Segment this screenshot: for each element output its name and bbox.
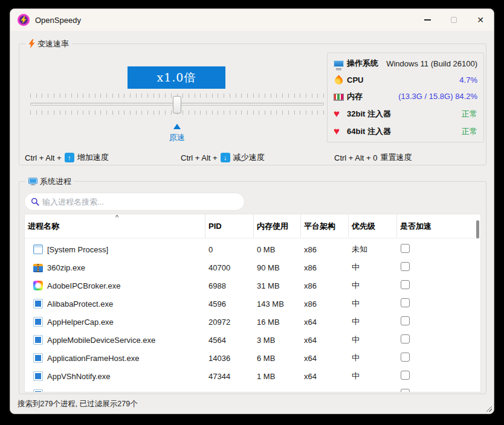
process-arch: x64 xyxy=(301,318,349,327)
table-row[interactable]: ApplicationFrameHost.exe 14036 6 MB x64 … xyxy=(25,349,480,367)
adobe-icon xyxy=(33,281,43,290)
process-name: AppVShNotify.exe xyxy=(47,372,111,381)
heart-icon xyxy=(334,127,344,136)
process-memory: 1 MB xyxy=(254,372,301,381)
speed-multiplier-button[interactable]: x1.0倍 xyxy=(128,66,225,89)
process-arch: x64 xyxy=(301,354,349,363)
process-memory: 16 MB xyxy=(254,318,301,327)
blue-app-icon xyxy=(33,335,43,345)
speed-section: 变速速率 x1.0倍 原速 Ctrl + Alt + ↑ 增加速度 Ctrl +… xyxy=(19,43,486,165)
title-bar: OpenSpeedy ✕ xyxy=(10,9,494,31)
heart-icon xyxy=(334,109,344,119)
table-row[interactable]: AdobeIPCBroker.exe 6988 31 MB x86 中 xyxy=(25,276,480,295)
close-button[interactable]: ✕ xyxy=(467,9,494,31)
accelerate-checkbox[interactable] xyxy=(401,371,410,380)
accelerate-checkbox[interactable] xyxy=(401,280,410,289)
process-arch: x86 xyxy=(301,245,349,254)
system-info-label: 内存 xyxy=(347,91,363,102)
system-info-row: 操作系统 Windows 11 (Build 26100) xyxy=(334,58,477,69)
system-info-value: 正常 xyxy=(462,126,477,137)
system-info-label: 32bit 注入器 xyxy=(347,109,391,120)
table-row[interactable]: AppVShNotify.exe 47344 1 MB x64 中 xyxy=(25,367,480,385)
process-arch: x86 xyxy=(301,299,349,308)
process-name: AdobeIPCBroker.exe xyxy=(47,281,120,290)
process-priority: 未知 xyxy=(349,244,397,255)
system-info-value: Windows 11 (Build 26100) xyxy=(386,59,477,68)
system-info-panel: 操作系统 Windows 11 (Build 26100) CPU 4.7% 内… xyxy=(327,53,484,142)
process-arch: x86 xyxy=(301,263,349,272)
speed-slider-handle[interactable] xyxy=(173,96,181,113)
process-name: ApplicationFrameHost.exe xyxy=(47,354,139,363)
process-pid: 4596 xyxy=(205,299,254,308)
search-input[interactable] xyxy=(42,197,238,206)
shortcut-reset: Ctrl + Alt + 0 重置速度 xyxy=(334,152,412,163)
process-priority: 中 xyxy=(349,316,397,327)
accelerate-checkbox[interactable] xyxy=(401,298,410,307)
monitor-icon xyxy=(334,60,344,67)
column-header-memory[interactable]: 内存使用 xyxy=(254,214,301,238)
system-info-label: CPU xyxy=(347,75,363,85)
close-icon: ✕ xyxy=(477,16,484,24)
accelerate-checkbox[interactable] xyxy=(401,353,410,362)
table-row[interactable] xyxy=(25,385,480,392)
table-row[interactable]: 360zip.exe 40700 90 MB x86 中 xyxy=(25,258,480,276)
column-header-arch[interactable]: 平台架构 xyxy=(301,214,349,238)
accelerate-checkbox[interactable] xyxy=(401,334,410,344)
system-info-label: 64bit 注入器 xyxy=(347,126,391,137)
system-info-row: 64bit 注入器 正常 xyxy=(334,126,477,137)
shortcut-increase: Ctrl + Alt + ↑ 增加速度 xyxy=(25,152,109,163)
accelerate-checkbox[interactable] xyxy=(401,316,410,325)
speed-section-label: 变速速率 xyxy=(25,39,72,49)
status-bar: 搜索到279个进程, 已过滤展示279个 xyxy=(10,395,494,414)
search-icon xyxy=(31,197,39,206)
blue-app-icon xyxy=(33,389,43,392)
blue-app-icon xyxy=(33,317,43,327)
system-info-value: 正常 xyxy=(462,109,477,120)
process-priority: 中 xyxy=(349,353,397,363)
table-row[interactable]: AppleMobileDeviceService.exe 4564 3 MB x… xyxy=(25,331,480,349)
arrow-up-key-icon: ↑ xyxy=(65,153,74,162)
table-header: ^ 进程名称 PID 内存使用 平台架构 优先级 是否加速 xyxy=(25,214,480,238)
maximize-button[interactable] xyxy=(441,9,467,31)
monitor-icon xyxy=(28,177,37,186)
column-header-pid[interactable]: PID xyxy=(205,214,254,238)
process-name: [System Process] xyxy=(47,245,108,254)
process-memory: 90 MB xyxy=(254,263,301,272)
column-header-priority[interactable]: 优先级 xyxy=(349,214,397,238)
sort-indicator-icon: ^ xyxy=(115,214,118,221)
accelerate-checkbox[interactable] xyxy=(401,262,410,271)
process-section-label: 系统进程 xyxy=(25,176,74,187)
system-default-icon xyxy=(33,244,43,254)
system-info-row: 32bit 注入器 正常 xyxy=(334,109,477,120)
process-memory: 143 MB xyxy=(254,299,301,308)
process-priority: 中 xyxy=(349,298,397,309)
table-row[interactable]: AppHelperCap.exe 20972 16 MB x64 中 xyxy=(25,313,480,331)
accelerate-checkbox[interactable] xyxy=(401,389,410,392)
blue-app-icon xyxy=(33,371,43,381)
process-name: AlibabaProtect.exe xyxy=(47,299,113,308)
system-info-label: 操作系统 xyxy=(347,58,378,69)
minimize-button[interactable] xyxy=(414,9,441,31)
origin-speed-label: 原速 xyxy=(153,132,201,143)
resize-grip[interactable] xyxy=(486,406,492,412)
process-memory: 31 MB xyxy=(254,281,301,290)
shortcut-decrease: Ctrl + Alt + ↓ 减少速度 xyxy=(181,152,265,163)
system-info-row: CPU 4.7% xyxy=(334,75,477,85)
table-row[interactable]: AlibabaProtect.exe 4596 143 MB x86 中 xyxy=(25,295,480,313)
system-info-row: 内存 (13.3G / 15.8G) 84.2% xyxy=(334,91,477,102)
blue-app-icon xyxy=(33,299,43,308)
process-section: 系统进程 ^ 进程名称 PID 内存使用 平台架构 优先级 是否加速 [Syst… xyxy=(19,181,486,394)
vertical-scrollbar[interactable] xyxy=(476,220,479,238)
accelerate-checkbox[interactable] xyxy=(401,244,410,253)
origin-speed-marker-icon xyxy=(173,124,181,129)
process-priority: 中 xyxy=(349,280,397,291)
app-window: OpenSpeedy ✕ 变速速率 x1.0倍 原速 Ctrl + Alt + … xyxy=(10,8,494,414)
memory-icon xyxy=(334,94,344,101)
zip-360-icon xyxy=(33,264,43,272)
table-row[interactable]: [System Process] 0 0 MB x86 未知 xyxy=(25,240,480,258)
process-pid: 14036 xyxy=(205,354,254,363)
blue-app-icon xyxy=(33,353,43,363)
process-pid: 40700 xyxy=(205,263,254,272)
column-header-accelerate[interactable]: 是否加速 xyxy=(397,214,481,238)
process-name: AppleMobileDeviceService.exe xyxy=(47,336,155,345)
